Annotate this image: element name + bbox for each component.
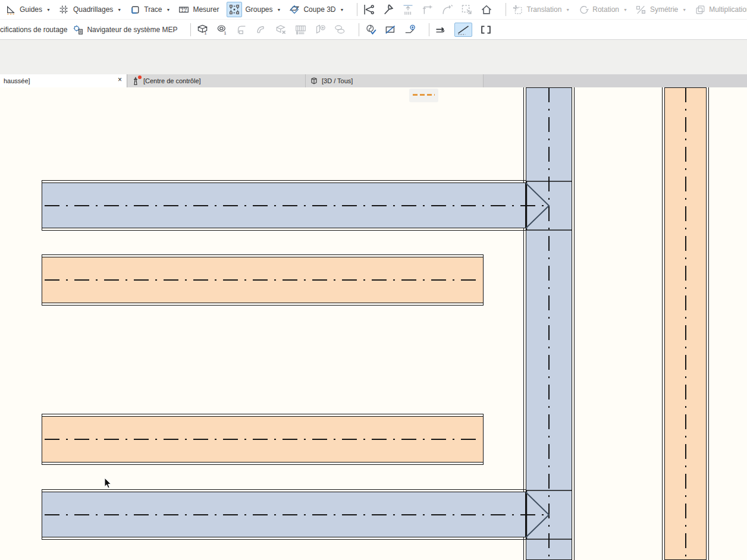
fillet-button: [441, 4, 453, 15]
tab-control-center-label: [Centre de contrôle]: [143, 77, 201, 84]
routing-specifications-button[interactable]: cifications de routage: [0, 26, 67, 34]
chevron-down-icon: ▼: [623, 8, 627, 12]
vertical-duct-blue-outer-right: [574, 87, 575, 560]
fan-system-check-icon: [365, 24, 376, 36]
cube-icon: [309, 76, 319, 86]
chevron-down-icon[interactable]: ▼: [117, 8, 121, 12]
chevron-down-icon[interactable]: ▼: [46, 8, 51, 12]
add-fitting-button[interactable]: [404, 24, 416, 36]
home-button[interactable]: [481, 4, 492, 15]
duct-placeholder-button[interactable]: [384, 24, 396, 36]
chevron-down-icon[interactable]: ▼: [340, 8, 344, 12]
radiator-button: [294, 24, 306, 36]
symetrie-button: Symétrie ▼: [635, 4, 686, 15]
mep-system-navigator-button[interactable]: Navigateur de système MEP: [72, 24, 177, 36]
svg-text:1: 1: [224, 31, 226, 35]
drawing-canvas[interactable]: [0, 87, 747, 560]
horizontal-duct-orange-1-outer-top: [42, 254, 484, 255]
split-icon: [363, 4, 375, 15]
tab-plan-view-label: haussée]: [4, 77, 30, 84]
fillet-icon: [441, 4, 453, 15]
toolbar-separator: [506, 3, 506, 16]
groups-icon: [227, 2, 242, 17]
lining-icon: [334, 24, 346, 36]
trace-label: Trace: [144, 5, 162, 14]
groupes-button[interactable]: Groupes ▼: [227, 2, 281, 17]
inherit-elevation-icon: [435, 24, 447, 36]
horizontal-duct-orange-2-centerline: [45, 439, 480, 440]
svg-text:1 2: 1 2: [182, 9, 187, 12]
pipe-fitting-icon: [236, 24, 247, 36]
chevron-down-icon: ▼: [682, 8, 686, 12]
horizontal-duct-orange-1-centerline: [45, 279, 480, 281]
trace-button[interactable]: Trace ▼: [129, 4, 170, 15]
gap-split-icon: [382, 4, 394, 15]
ribbon-tools-row: Guides ▼ Quadrillages ▼ Trace ▼: [0, 0, 747, 20]
justification-button[interactable]: [480, 24, 492, 36]
toolbar-separator: [190, 23, 191, 36]
tab-3d-view-label: [3D / Tous]: [322, 77, 353, 84]
groupes-label: Groupes: [245, 5, 272, 14]
mep-navigator-label: Navigateur de système MEP: [87, 26, 177, 34]
toolbar-separator: [357, 3, 357, 16]
align-button: [402, 4, 414, 15]
split-button[interactable]: [363, 4, 375, 15]
tab-3d-view[interactable]: [3D / Tous]: [306, 74, 484, 87]
toolbar-separator: [359, 23, 359, 36]
show-disconnects-duct-button[interactable]: 1: [196, 24, 208, 36]
routing-specifications-label: cifications de routage: [0, 26, 67, 34]
coupe-3d-button[interactable]: Coupe 3D ▼: [288, 4, 344, 15]
chevron-down-icon[interactable]: ▼: [277, 8, 281, 12]
rotation-button: Rotation ▼: [577, 4, 627, 15]
horizontal-duct-orange-1-outer-bottom: [42, 305, 484, 306]
justification-icon: [480, 24, 492, 36]
vertical-duct-orange-outer-right: [708, 87, 709, 560]
mirror-icon: [635, 4, 647, 15]
remove-part-icon: [275, 24, 287, 36]
horizontal-duct-orange-2-outer-bottom: [42, 464, 484, 465]
tab-plan-view[interactable]: haussée] ×: [0, 74, 127, 87]
horizontal-duct-blue-2-outer-top: [42, 489, 526, 490]
pipe-fitting-button: [236, 24, 247, 36]
horizontal-duct-orange-2-cap-right: [483, 414, 484, 465]
quadrillages-button[interactable]: Quadrillages ▼: [58, 4, 121, 15]
mep-navigator-icon: [72, 24, 84, 36]
horizontal-duct-orange-1-cap-right: [483, 254, 484, 306]
mesurer-button[interactable]: 1 2 Mesurer: [178, 4, 219, 15]
view-tab-bar: haussée] × [Centre de contrôle]: [0, 74, 747, 87]
home-icon: [481, 4, 492, 15]
guides-label: Guides: [20, 5, 42, 14]
system-inspector-button[interactable]: [365, 24, 376, 36]
rotate-icon: [577, 4, 589, 15]
toolbar-separator: [429, 23, 429, 36]
pipe-elbow-button: [255, 24, 267, 36]
horizontal-duct-orange-2-cap-left: [42, 414, 42, 465]
slope-icon: [454, 23, 472, 37]
application-window: Guides ▼ Quadrillages ▼ Trace ▼: [0, 0, 747, 560]
vertical-duct-orange-outer-left: [662, 87, 663, 560]
pipe-elbow-icon: [255, 24, 267, 36]
close-icon[interactable]: ×: [118, 76, 122, 83]
vertical-duct-blue-centerline: [548, 87, 550, 560]
horizontal-duct-orange-1-cap-left: [42, 254, 42, 306]
scale-icon: [461, 4, 473, 15]
move-icon: [511, 4, 523, 15]
mouse-cursor: [104, 477, 112, 489]
chevron-down-icon[interactable]: ▼: [167, 8, 171, 12]
slope-button[interactable]: [454, 23, 472, 37]
coupe-3d-label: Coupe 3D: [303, 5, 335, 14]
scale-button: [461, 4, 473, 15]
floating-dash-snippet: [409, 89, 438, 102]
horizontal-duct-blue-2-centerline: [45, 514, 550, 515]
horizontal-duct-blue-2-outer-bottom: [42, 539, 526, 540]
symetrie-label: Symétrie: [650, 5, 678, 14]
grid-icon: [58, 4, 70, 15]
lining-button: [334, 24, 346, 36]
tab-control-center[interactable]: [Centre de contrôle]: [127, 74, 306, 87]
guides-button[interactable]: Guides ▼: [5, 4, 51, 15]
gap-split-button[interactable]: [382, 4, 394, 15]
copy-icon: [694, 4, 706, 15]
remove-part-button: [275, 24, 287, 36]
inherit-elevation-button[interactable]: [435, 24, 447, 36]
show-disconnects-pipe-button[interactable]: 1: [216, 24, 228, 36]
